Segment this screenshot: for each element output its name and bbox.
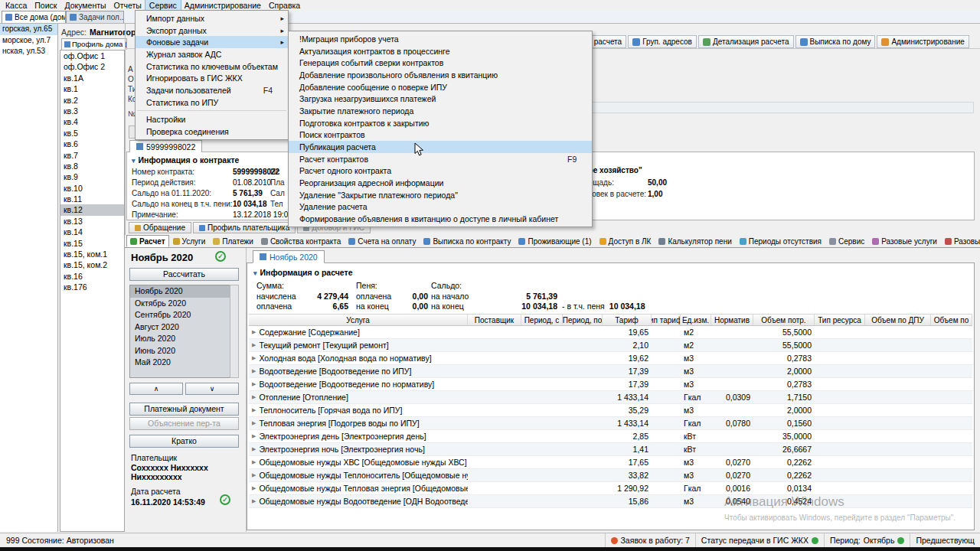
table-row[interactable]: Общедомовые нужды Водоотведение [ОДН Вод…	[249, 495, 972, 508]
list-item[interactable]: Октябрь 2020	[130, 298, 238, 310]
preceding-status[interactable]: Предшествующ	[910, 533, 980, 547]
menu-item[interactable]: Статистика по ИПУ	[136, 96, 288, 109]
expand-icon[interactable]	[252, 420, 256, 426]
menu-item-poisk[interactable]: Поиск	[31, 0, 60, 11]
tab-services[interactable]: Услуги	[169, 235, 210, 247]
column-header[interactable]: Тариф	[603, 315, 652, 325]
table-row[interactable]: Водоотведение [Водоотведение по норматив…	[249, 378, 972, 391]
menu-item[interactable]: Расчет контрактов F9	[289, 153, 592, 165]
appeal-button[interactable]: Обращение	[129, 222, 191, 233]
menu-item[interactable]: Поиск контрактов	[289, 129, 592, 142]
tab-all-houses[interactable]: Все дома (дом) ×	[2, 11, 66, 23]
menu-item[interactable]: Журнал заявок АДС	[136, 48, 288, 60]
tab-house-profile[interactable]: Профиль дома (ус...	[61, 38, 127, 50]
table-row[interactable]: Общедомовые нужды ХВС [Общедомовые нужды…	[249, 456, 972, 469]
table-row[interactable]: Холодная вода [Холодная вода по норматив…	[249, 352, 972, 365]
column-header[interactable]: Норматив	[711, 315, 753, 325]
list-item[interactable]: Июль 2020	[130, 333, 238, 345]
period-status[interactable]: Период: Октябрь	[824, 533, 910, 547]
list-item[interactable]: кв.2	[60, 95, 124, 106]
gis-transfer-status[interactable]: Статус передачи в ГИС ЖКХ	[695, 533, 824, 547]
menu-item[interactable]: Удаление расчета	[289, 201, 592, 214]
menu-item[interactable]: Фоновые задачи	[136, 36, 288, 48]
table-row[interactable]: Общедомовые нужды Теплоноситель [Общедом…	[249, 469, 972, 482]
menu-item[interactable]: Добавление произвольного объявления в кв…	[289, 69, 592, 81]
menu-item[interactable]: Подготовка контрактов к закрытию	[289, 117, 592, 129]
menu-item-servis[interactable]: Сервис	[145, 0, 181, 11]
column-header[interactable]: Тип тарифа	[652, 315, 681, 325]
table-row[interactable]: Общедомовые нужды Тепловая энергия [Обще…	[249, 482, 972, 495]
scroll-up-button[interactable]: ∧	[129, 383, 183, 395]
list-item[interactable]: кв.6	[60, 139, 124, 149]
tab-one-time-services[interactable]: Разовые услуги	[868, 235, 941, 247]
month-list-scrollbar[interactable]	[230, 285, 239, 378]
column-header[interactable]: Услуга	[249, 315, 468, 325]
menu-item-kassa[interactable]: Касса	[2, 0, 31, 11]
expand-icon[interactable]	[252, 485, 256, 491]
house-statement-button[interactable]: Выписка по дому	[795, 35, 876, 48]
list-item[interactable]: кв.14	[60, 227, 124, 237]
table-row[interactable]: Электроэнергия ночь [Электроэнергия ночь…	[249, 443, 972, 456]
column-header[interactable]: Период, с	[521, 315, 563, 325]
menu-item-administrirovanie[interactable]: Администрирование	[181, 0, 265, 11]
menu-item[interactable]: Игнорировать в ГИС ЖКХ	[136, 72, 288, 84]
table-row[interactable]: Текущий ремонт [Текущий ремонт] 2,10 м2 …	[249, 339, 972, 352]
table-row[interactable]: Содержание [Содержание] 19,65 м2 55,5000	[249, 326, 972, 339]
tab-user-tasks[interactable]: Задачи пол...	[66, 11, 124, 23]
list-item[interactable]: кв.176	[60, 282, 124, 292]
list-item[interactable]: кв.4	[60, 116, 124, 127]
list-item[interactable]: кв.15, ком.2	[60, 259, 124, 270]
list-item[interactable]: кв.16	[60, 271, 124, 282]
tab-personal-account[interactable]: Доступ в ЛК	[596, 235, 655, 247]
list-item[interactable]: оф.Офис 1	[60, 51, 124, 61]
brief-button[interactable]: Кратко	[129, 435, 239, 448]
menu-item[interactable]: Загрузка незагрузившихся платежей	[289, 93, 592, 105]
menu-item[interactable]: Формирование объявления в квитанцию о до…	[289, 213, 592, 225]
expand-icon[interactable]	[252, 394, 256, 400]
menu-item[interactable]: !Миграция приборов учета	[289, 33, 592, 45]
payment-document-button[interactable]: Платежный документ	[129, 403, 239, 416]
list-item[interactable]: Июнь 2020	[130, 345, 238, 357]
expand-icon[interactable]	[252, 433, 256, 439]
table-header[interactable]: УслугаПоставщикПериод, сПериод, поТарифТ…	[249, 314, 972, 326]
menu-item-dokumenty[interactable]: Документы	[60, 0, 109, 11]
menu-item[interactable]: Настройки	[136, 114, 288, 126]
tab-contract-statement[interactable]: Выписка по контракту	[420, 235, 514, 247]
list-item[interactable]: кв.10	[60, 183, 124, 194]
menu-item[interactable]: Статистика по ключевым объектам	[136, 60, 288, 73]
menu-item[interactable]: Актуализация контрактов в процессинге	[289, 45, 592, 57]
menu-item[interactable]: Закрытие платежного периода	[289, 105, 592, 117]
building-item[interactable]: горская, ул.65	[0, 24, 57, 35]
menu-item[interactable]: Реорганизация адресной информации	[289, 177, 592, 189]
group-addresses-button[interactable]: Груп. адресов	[628, 35, 697, 48]
menu-item-otchety[interactable]: Отчеты	[110, 0, 145, 11]
menu-item[interactable]	[137, 110, 286, 112]
expand-icon[interactable]	[252, 368, 256, 374]
column-header[interactable]: Поставщик	[468, 315, 521, 325]
table-row[interactable]: Электроэнергия день [Электроэнергия день…	[249, 430, 972, 443]
list-item[interactable]: кв.13	[60, 216, 124, 227]
tab-service[interactable]: Сервис	[825, 235, 868, 247]
menu-item[interactable]: Экспорт данных	[136, 24, 288, 37]
list-item[interactable]: кв.9	[60, 171, 124, 182]
list-item[interactable]: кв.5	[60, 128, 124, 139]
recalc-explanation-button[interactable]: Объяснение пер-та	[129, 417, 239, 430]
tab-calc-month[interactable]: Ноябрь 2020	[253, 250, 325, 263]
tab-contract-number[interactable]: 59999998022	[129, 140, 202, 152]
payer-profile-button[interactable]: Профиль плательщика	[193, 222, 296, 233]
list-item[interactable]: кв.7	[60, 150, 124, 161]
list-item[interactable]: Август 2020	[130, 321, 238, 334]
list-item[interactable]: кв.1	[60, 83, 124, 94]
tab-penalty-calculator[interactable]: Калькулятор пени	[655, 235, 735, 247]
expand-icon[interactable]	[252, 446, 256, 452]
tab-contract-properties[interactable]: Свойства контракта	[257, 235, 345, 247]
list-item[interactable]: кв.8	[60, 161, 124, 171]
tab-invoices[interactable]: Счета на оплату	[345, 235, 420, 247]
calculation-details-button[interactable]: Детализация расчета	[698, 35, 794, 48]
table-row[interactable]: Тепловая энергия [Подогрев воды по ИПУ] …	[249, 417, 972, 430]
list-item[interactable]: кв.1А	[60, 73, 124, 83]
tab-calculation[interactable]: Расчет	[126, 235, 169, 247]
menu-item[interactable]: Добавление сообщение о поверке ИПУ	[289, 81, 592, 93]
expand-icon[interactable]	[252, 355, 256, 361]
column-header[interactable]: Тип ресурса	[815, 315, 865, 325]
